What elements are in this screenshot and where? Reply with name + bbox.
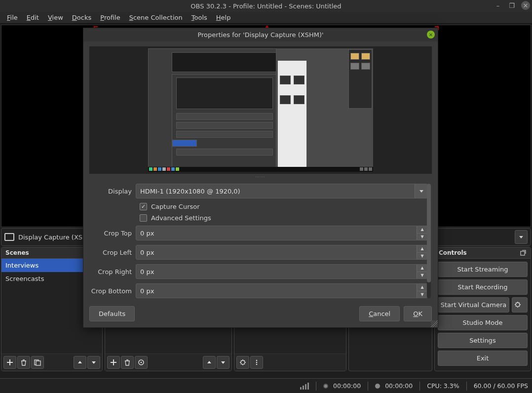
- menu-docks[interactable]: Docks: [68, 13, 95, 22]
- crop-bottom-label: Crop Bottom: [89, 287, 132, 295]
- spinner-icon[interactable]: ▲▼: [417, 245, 427, 259]
- start-virtual-camera-button[interactable]: Start Virtual Camera: [438, 297, 509, 313]
- display-icon: [4, 233, 14, 241]
- menu-profile[interactable]: Profile: [96, 13, 124, 22]
- ok-button[interactable]: OK: [404, 306, 432, 321]
- start-recording-button[interactable]: Start Recording: [438, 279, 528, 295]
- remove-source-button[interactable]: [121, 356, 134, 369]
- menu-bar: File Edit View Docks Profile Scene Colle…: [0, 12, 532, 24]
- exit-button[interactable]: Exit: [438, 351, 528, 366]
- mixer-settings-button[interactable]: [236, 356, 249, 369]
- window-close-button[interactable]: ✕: [521, 1, 530, 10]
- spinner-icon[interactable]: ▲▼: [417, 265, 427, 278]
- mixer-menu-button[interactable]: [250, 356, 263, 369]
- scene-filters-button[interactable]: [31, 356, 44, 369]
- stream-time-status: 00:00:00: [323, 382, 361, 390]
- dialog-titlebar: Properties for 'Display Capture (XSHM)' …: [83, 28, 438, 41]
- spinner-icon[interactable]: ▲▼: [417, 226, 427, 240]
- record-time-status: 00:00:00: [375, 382, 413, 390]
- menu-scene-collection[interactable]: Scene Collection: [125, 13, 187, 22]
- move-scene-up-button[interactable]: [74, 356, 86, 369]
- chevron-down-icon: [415, 184, 427, 198]
- advanced-settings-checkbox[interactable]: [140, 214, 147, 222]
- menu-edit[interactable]: Edit: [23, 13, 43, 22]
- cpu-status: CPU: 3.3%: [427, 382, 459, 390]
- source-properties-dropdown[interactable]: [515, 230, 528, 244]
- crop-top-input[interactable]: 0 px ▲▼: [136, 226, 428, 240]
- status-bar: 00:00:00 00:00:00 CPU: 3.3% 60.00 / 60.0…: [0, 378, 532, 393]
- crop-left-label: Crop Left: [89, 249, 132, 256]
- preview-resize-handle[interactable]: ⋯⋯: [89, 174, 432, 180]
- network-status-icon: [300, 383, 309, 390]
- capture-cursor-label: Capture Cursor: [151, 203, 200, 210]
- crop-left-input[interactable]: 0 px ▲▼: [136, 245, 428, 260]
- svg-point-5: [256, 360, 258, 361]
- source-preview: [89, 46, 432, 174]
- svg-rect-8: [521, 251, 525, 255]
- cancel-button[interactable]: Cancel: [359, 306, 400, 321]
- menu-help[interactable]: Help: [212, 13, 235, 22]
- controls-dock: Controls Start Streaming Start Recording…: [434, 247, 531, 371]
- crop-top-label: Crop Top: [89, 230, 132, 237]
- window-titlebar: OBS 30.2.3 - Profile: Untitled - Scenes:…: [0, 0, 532, 12]
- display-label: Display: [89, 188, 132, 195]
- dialog-close-button[interactable]: ✕: [427, 31, 435, 39]
- crop-bottom-input[interactable]: 0 px ▲▼: [136, 283, 428, 298]
- settings-button[interactable]: Settings: [438, 333, 528, 348]
- svg-point-7: [256, 364, 258, 365]
- controls-header: Controls: [435, 247, 531, 259]
- svg-point-3: [141, 362, 142, 363]
- window-title: OBS 30.2.3 - Profile: Untitled - Scenes:…: [190, 2, 341, 10]
- svg-point-6: [256, 362, 258, 363]
- display-dropdown[interactable]: HDMI-1 (1920x1080 @ 1920,0): [136, 184, 428, 198]
- add-scene-button[interactable]: [3, 356, 16, 369]
- form-scrollbar[interactable]: [427, 184, 431, 298]
- fps-status: 60.00 / 60.00 FPS: [474, 382, 528, 390]
- move-scene-down-button[interactable]: [87, 356, 100, 369]
- properties-dialog: Properties for 'Display Capture (XSHM)' …: [83, 28, 438, 328]
- start-streaming-button[interactable]: Start Streaming: [438, 262, 528, 277]
- undock-icon[interactable]: [520, 249, 527, 256]
- source-properties-button[interactable]: [135, 356, 148, 369]
- crop-right-label: Crop Right: [89, 268, 132, 275]
- crop-right-input[interactable]: 0 px ▲▼: [136, 264, 428, 279]
- spinner-icon[interactable]: ▲▼: [417, 284, 427, 298]
- add-source-button[interactable]: [107, 356, 120, 369]
- defaults-button[interactable]: Defaults: [89, 306, 135, 321]
- move-source-up-button[interactable]: [203, 356, 216, 369]
- remove-scene-button[interactable]: [17, 356, 30, 369]
- move-source-down-button[interactable]: [217, 356, 229, 369]
- capture-cursor-checkbox[interactable]: ✓: [140, 203, 147, 210]
- menu-file[interactable]: File: [3, 13, 22, 22]
- menu-view[interactable]: View: [44, 13, 67, 22]
- svg-rect-1: [36, 361, 40, 365]
- menu-tools[interactable]: Tools: [188, 13, 211, 22]
- advanced-settings-label: Advanced Settings: [151, 214, 211, 222]
- studio-mode-button[interactable]: Studio Mode: [438, 315, 528, 330]
- dialog-resize-grip[interactable]: [431, 320, 438, 327]
- window-minimize-button[interactable]: –: [494, 1, 502, 10]
- window-maximize-button[interactable]: ❐: [507, 1, 516, 10]
- virtual-camera-settings-button[interactable]: [512, 297, 528, 313]
- dialog-title: Properties for 'Display Capture (XSHM)': [197, 31, 323, 39]
